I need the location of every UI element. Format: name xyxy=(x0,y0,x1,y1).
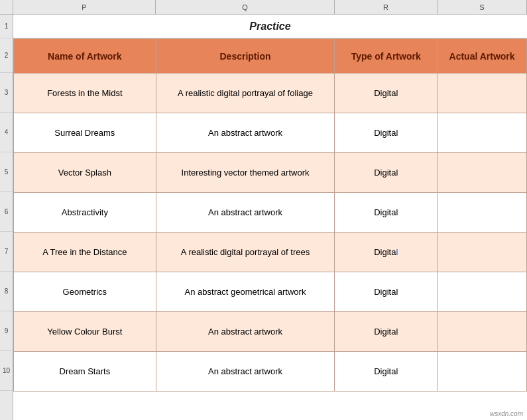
table-row[interactable]: AbstractivityAn abstract artworkDigital xyxy=(14,193,527,233)
cell-type[interactable]: Digital xyxy=(335,153,438,193)
cell-type[interactable]: Digital xyxy=(335,233,438,272)
cell-actual[interactable] xyxy=(438,113,527,153)
cell-description[interactable]: A realistic digital portrayal of foliage xyxy=(156,74,335,113)
cell-name[interactable]: Vector Splash xyxy=(14,153,156,193)
spreadsheet: P Q R S 1 2 3 4 5 6 7 8 9 10 Practice xyxy=(0,0,527,420)
cell-name[interactable]: A Tree in the Distance xyxy=(14,233,156,272)
header-actual[interactable]: Actual Artwork xyxy=(438,39,527,74)
row-num-8[interactable]: 8 xyxy=(0,272,13,311)
watermark: wsxdn.com xyxy=(490,410,523,417)
table-row[interactable]: Dream StartsAn abstract artworkDigital xyxy=(14,352,527,392)
table-row[interactable]: Surreal DreamsAn abstract artworkDigital xyxy=(14,113,527,153)
cell-actual[interactable] xyxy=(438,312,527,352)
header-type[interactable]: Type of Artwork xyxy=(335,39,438,74)
cell-type[interactable]: Digital xyxy=(335,193,438,233)
cell-name[interactable]: Abstractivity xyxy=(14,193,156,233)
table-row[interactable]: Yellow Colour BurstAn abstract artworkDi… xyxy=(14,312,527,352)
cell-actual[interactable] xyxy=(438,233,527,272)
cell-type[interactable]: Digital xyxy=(335,74,438,113)
table-header-row: Name of Artwork Description Type of Artw… xyxy=(14,39,527,74)
cell-description[interactable]: An abstract artwork xyxy=(156,113,335,153)
cell-type[interactable]: Digital xyxy=(335,272,438,312)
sheet-content: 1 2 3 4 5 6 7 8 9 10 Practice Name of Ar… xyxy=(0,15,527,420)
cell-description[interactable]: An abstract artwork xyxy=(156,352,335,392)
cell-name[interactable]: Forests in the Midst xyxy=(14,74,156,113)
table-row[interactable]: Vector SplashInteresting vector themed a… xyxy=(14,153,527,193)
cell-name[interactable]: Yellow Colour Burst xyxy=(14,312,156,352)
row-num-9[interactable]: 9 xyxy=(0,311,13,351)
row-num-4[interactable]: 4 xyxy=(0,113,13,152)
row-num-7[interactable]: 7 xyxy=(0,232,13,272)
cell-actual[interactable] xyxy=(438,352,527,392)
cell-name[interactable]: Surreal Dreams xyxy=(14,113,156,153)
header-name[interactable]: Name of Artwork xyxy=(14,39,156,74)
spreadsheet-title: Practice xyxy=(13,15,527,38)
row-num-3[interactable]: 3 xyxy=(0,73,13,113)
header-description[interactable]: Description xyxy=(156,39,335,74)
row-num-10[interactable]: 10 xyxy=(0,351,13,391)
cell-type[interactable]: Digital xyxy=(335,352,438,392)
cell-name[interactable]: Geometrics xyxy=(14,272,156,312)
col-header-p[interactable]: P xyxy=(13,0,156,14)
cell-actual[interactable] xyxy=(438,193,527,233)
col-header-q[interactable]: Q xyxy=(156,0,335,14)
cell-description[interactable]: Interesting vector themed artwork xyxy=(156,153,335,193)
column-header-row: P Q R S xyxy=(0,0,527,15)
cell-name[interactable]: Dream Starts xyxy=(14,352,156,392)
cell-description[interactable]: An abstract geometrical artwork xyxy=(156,272,335,312)
row-num-5[interactable]: 5 xyxy=(0,152,13,192)
cell-description[interactable]: A realistic digital portrayal of trees xyxy=(156,233,335,272)
cell-type[interactable]: Digital xyxy=(335,113,438,153)
title-row: Practice xyxy=(13,15,527,38)
col-header-s[interactable]: S xyxy=(438,0,527,14)
row-num-1[interactable]: 1 xyxy=(0,15,13,38)
table-area: Practice Name of Artwork Description Typ… xyxy=(13,15,527,420)
cell-type[interactable]: Digital xyxy=(335,312,438,352)
highlighted-letter: l xyxy=(396,247,398,257)
header-spacer xyxy=(0,0,13,14)
row-num-2[interactable]: 2 xyxy=(0,38,13,73)
cell-actual[interactable] xyxy=(438,153,527,193)
cell-actual[interactable] xyxy=(438,74,527,113)
col-header-r[interactable]: R xyxy=(335,0,438,14)
table-row[interactable]: GeometricsAn abstract geometrical artwor… xyxy=(14,272,527,312)
cell-description[interactable]: An abstract artwork xyxy=(156,312,335,352)
cell-description[interactable]: An abstract artwork xyxy=(156,193,335,233)
table-row[interactable]: Forests in the MidstA realistic digital … xyxy=(14,74,527,113)
row-num-6[interactable]: 6 xyxy=(0,192,13,232)
table-row[interactable]: A Tree in the DistanceA realistic digita… xyxy=(14,233,527,272)
cell-actual[interactable] xyxy=(438,272,527,312)
artwork-table: Name of Artwork Description Type of Artw… xyxy=(13,38,527,392)
row-numbers: 1 2 3 4 5 6 7 8 9 10 xyxy=(0,15,13,420)
